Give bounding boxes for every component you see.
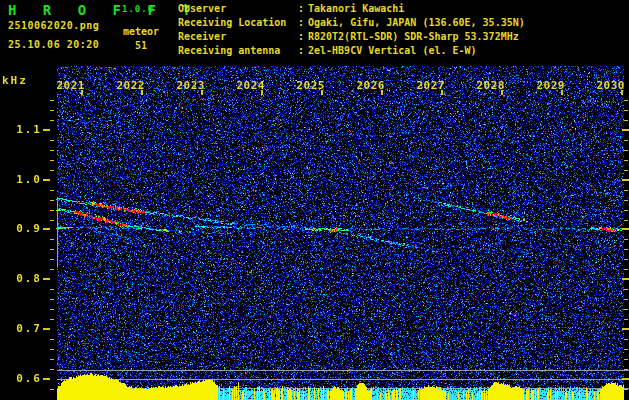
freq-tick-label: 0.9 [0,222,42,235]
info-row: Observer:Takanori Kawachi [178,2,525,16]
info-label: Receiving Location [178,16,298,30]
freq-tick-label: 1.1 [0,123,42,136]
output-filename: 2510062020.png [8,20,99,31]
info-value: Takanori Kawachi [308,3,404,14]
time-tick-label: 2026 [351,79,385,92]
info-row: Receiver:R820T2(RTL-SDR) SDR-Sharp 53.37… [178,30,525,44]
info-label: Receiver [178,30,298,44]
info-label: Receiving antenna [178,44,298,58]
app-title: H R O F F T [8,2,200,18]
time-tick-label: 2027 [411,79,445,92]
station-info-block: Observer:Takanori KawachiReceiving Locat… [178,2,525,58]
echo-count: 51 [135,40,147,51]
freq-tick-label: 0.7 [0,322,42,335]
info-colon: : [298,16,308,30]
freq-tick-label: 0.6 [0,372,42,385]
time-tick-label: 2029 [531,79,565,92]
hrofft-window: H R O F F T 1.0.0 2510062020.png meteor … [0,0,629,400]
time-tick-label: 2021 [51,79,85,92]
freq-tick-label: 0.8 [0,272,42,285]
app-version: 1.0.0 [122,4,154,14]
datetime-label: 25.10.06 20:20 [8,39,99,50]
info-label: Observer [178,2,298,16]
info-value: Ogaki, Gifu, JAPAN (136.60E, 35.35N) [308,17,525,28]
spectrogram-canvas [0,64,629,400]
time-tick-label: 2028 [471,79,505,92]
info-colon: : [298,44,308,58]
freq-tick-label: 1.0 [0,173,42,186]
info-row: Receiving Location:Ogaki, Gifu, JAPAN (1… [178,16,525,30]
time-tick-label: 2024 [231,79,265,92]
info-colon: : [298,30,308,44]
info-row: Receiving antenna:2el-HB9CV Vertical (el… [178,44,525,58]
time-tick-label: 2025 [291,79,325,92]
time-tick-label: 2023 [171,79,205,92]
khz-axis-label: kHz [2,74,28,87]
mode-label: meteor [123,26,159,37]
time-tick-label: 2022 [111,79,145,92]
info-value: R820T2(RTL-SDR) SDR-Sharp 53.372MHz [308,31,519,42]
info-colon: : [298,2,308,16]
info-value: 2el-HB9CV Vertical (el. E-W) [308,45,477,56]
time-tick-label: 2030 [591,79,625,92]
